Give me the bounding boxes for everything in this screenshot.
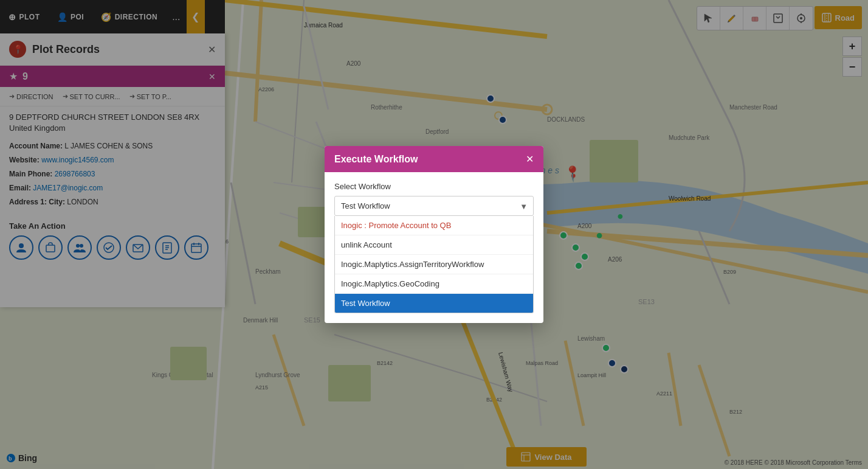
dropdown-item-3[interactable]: Inogic.Maplytics.AssignTerritoryWorkflow [335,255,533,274]
workflow-select-label: Select Workflow [334,182,534,191]
dropdown-item-5-label: Test Workflow [341,299,390,308]
workflow-modal: Execute Workflow ✕ Select Workflow Inogi… [325,146,543,323]
workflow-select-wrapper: Inogic : Promote Account to QBunlink Acc… [334,196,534,216]
dropdown-item-4[interactable]: Inogic.Maplytics.GeoCoding [335,274,533,294]
modal-title: Execute Workflow [334,154,418,165]
modal-overlay[interactable]: Execute Workflow ✕ Select Workflow Inogi… [0,0,868,469]
dropdown-item-3-label: Inogic.Maplytics.AssignTerritoryWorkflow [341,260,484,269]
dropdown-item-5[interactable]: Test Workflow [335,294,533,313]
modal-header: Execute Workflow ✕ [325,146,543,172]
modal-body: Select Workflow Inogic : Promote Account… [325,172,543,323]
workflow-dropdown-list: Inogic : Promote Account to QB unlink Ac… [334,216,534,313]
dropdown-item-1-highlight: Inogic : Promote Account to QB [341,221,451,230]
dropdown-item-2[interactable]: unlink Account [335,235,533,255]
workflow-select[interactable]: Inogic : Promote Account to QBunlink Acc… [334,196,534,216]
dropdown-item-1[interactable]: Inogic : Promote Account to QB [335,216,533,235]
dropdown-item-4-label: Inogic.Maplytics.GeoCoding [341,279,439,288]
modal-close-btn[interactable]: ✕ [526,153,534,165]
dropdown-item-2-label: unlink Account [341,240,392,249]
